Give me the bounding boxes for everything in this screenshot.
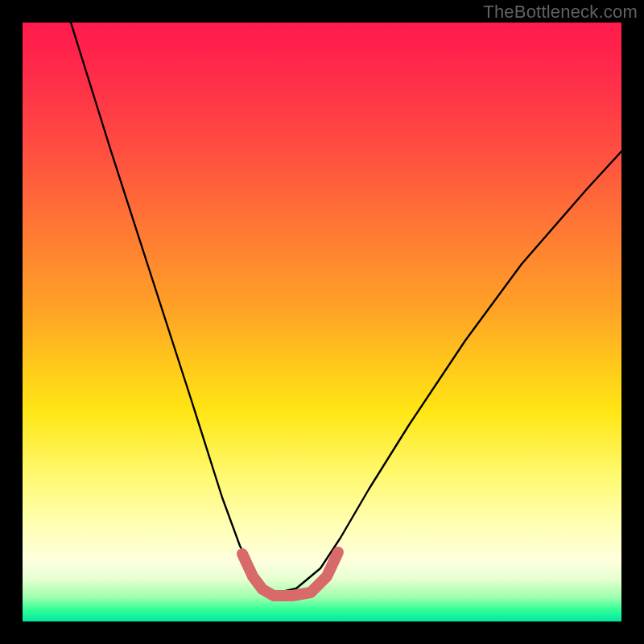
curve-layer — [23, 23, 621, 621]
chart-frame: TheBottleneck.com — [0, 0, 644, 644]
bottleneck-curve — [71, 23, 621, 592]
plot-area — [23, 23, 621, 621]
watermark-text: TheBottleneck.com — [483, 2, 638, 23]
